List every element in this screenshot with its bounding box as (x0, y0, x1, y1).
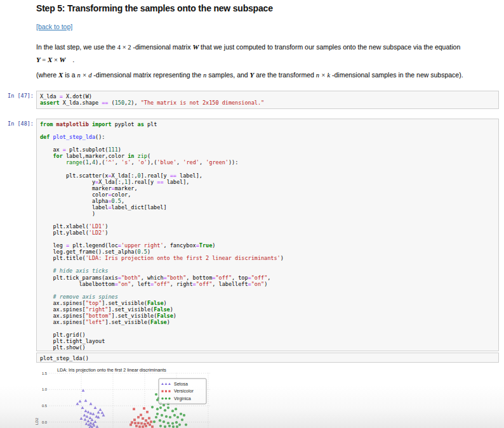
svg-text:Versicolor: Versicolor (174, 389, 194, 393)
equation: Y = X × W . (36, 56, 496, 64)
paragraph-intro: In the last step, we use the 4 × 2 -dime… (36, 43, 496, 51)
code-48-call[interactable]: plot_step_lda() (40, 355, 495, 361)
svg-text:0.0: 0.0 (42, 420, 47, 424)
svg-text:1.0: 1.0 (42, 387, 47, 391)
paragraph-note: (where X is a n × d -dimensional matrix … (36, 71, 496, 79)
back-to-top-link[interactable]: [back to top] (36, 23, 72, 30)
svg-text:Virginica: Virginica (174, 396, 191, 401)
input-prompt-47: In [47]: (2, 93, 34, 99)
svg-text:0.5: 0.5 (42, 404, 47, 408)
code-cell-48[interactable]: from matplotlib import pyplot as plt def… (36, 119, 499, 351)
code-cell-48-call[interactable]: plot_step_lda() (36, 353, 499, 363)
plot-title: LDA: Iris projection onto the first 2 li… (57, 367, 166, 373)
plot-ylabel: LD2 (35, 417, 39, 425)
output-plot: SetosaVersicolorVirginica LDA: Iris proj… (32, 366, 222, 428)
plot-ytick-labels: 1.51.00.50.0 (42, 372, 47, 424)
section-heading: Step 5: Transforming the samples onto th… (36, 3, 273, 13)
code-47[interactable]: X_lda = X.dot(W) assert X_lda.shape == (… (40, 93, 495, 106)
svg-text:Setosa: Setosa (174, 382, 188, 386)
plot-legend: SetosaVersicolorVirginica (159, 379, 206, 404)
svg-text:1.5: 1.5 (42, 372, 47, 375)
code-cell-47[interactable]: X_lda = X.dot(W) assert X_lda.shape == (… (36, 91, 499, 109)
code-48[interactable]: from matplotlib import pyplot as plt def… (40, 121, 495, 351)
notebook-page: Step 5: Transforming the samples onto th… (0, 0, 504, 428)
input-prompt-48: In [48]: (2, 120, 34, 127)
